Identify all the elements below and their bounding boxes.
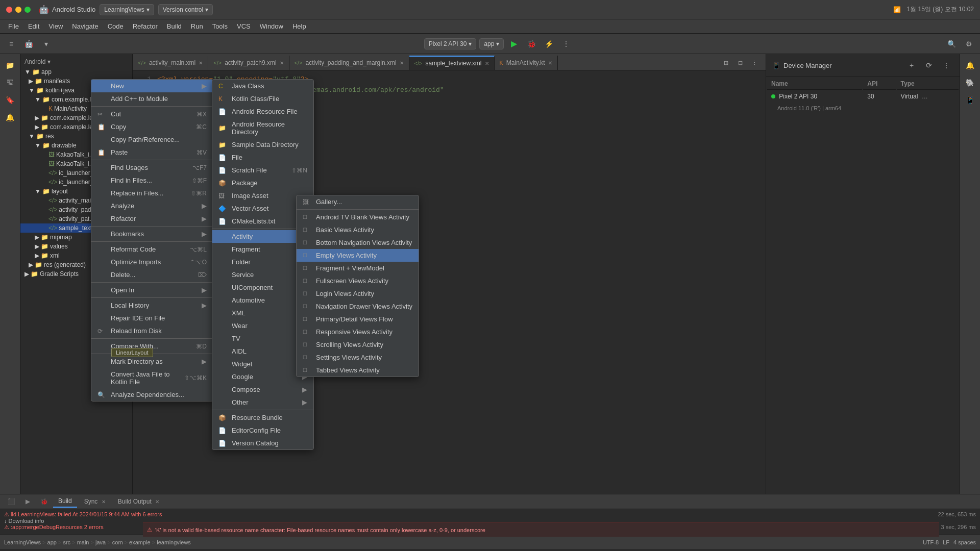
ctx-local-history[interactable]: Local History ▶ — [91, 299, 213, 312]
tab-mainactivity[interactable]: K MainActivity.kt ✕ — [495, 56, 558, 70]
ctx-find-files[interactable]: Find in Files... ⇧⌘F — [91, 174, 213, 187]
tab-build[interactable]: Build — [53, 495, 77, 508]
activity-fragment-viewmodel[interactable]: ☐ Fragment + ViewModel — [297, 262, 419, 274]
new-java-class[interactable]: C Java Class — [212, 80, 313, 92]
activity-gallery[interactable]: 🖼 Gallery... — [297, 195, 419, 208]
tab-close-activity-main[interactable]: ✕ — [199, 60, 203, 66]
tab-build-output[interactable]: Build Output ✕ — [113, 496, 164, 507]
project-icon[interactable]: 📁 — [3, 58, 17, 72]
activity-android-tv-blank[interactable]: ☐ Android TV Blank Views Activity — [297, 211, 419, 223]
menu-refactor[interactable]: Refactor — [129, 21, 162, 31]
ctx-reformat[interactable]: Reformat Code ⌥⌘L — [91, 243, 213, 256]
activity-responsive[interactable]: ☐ Responsive Views Activity — [297, 325, 419, 338]
tab-sample-textview[interactable]: </> sample_textview.xml ✕ — [409, 56, 495, 70]
device-row[interactable]: Pixel 2 API 30 30 Virtual … — [767, 91, 959, 102]
tab-split[interactable]: ⊟ — [733, 56, 747, 70]
tab-sync[interactable]: Sync ✕ — [79, 496, 111, 507]
ctx-copy-path[interactable]: Copy Path/Reference... — [91, 133, 213, 146]
activity-primary-detail[interactable]: ☐ Primary/Detail Views Flow — [297, 313, 419, 325]
activity-settings[interactable]: ☐ Settings Views Activity — [297, 351, 419, 364]
context-menu[interactable]: New ▶ Add C++ to Module ✂ Cut ⌘X 📋 Copy … — [91, 79, 213, 402]
tab-close-patch9[interactable]: ✕ — [280, 60, 284, 66]
tab-activity-main[interactable]: </> activity_main.xml ✕ — [133, 56, 208, 70]
toolbar-caret[interactable]: ▾ — [39, 37, 53, 51]
menu-vcs[interactable]: VCS — [233, 21, 255, 31]
activity-login[interactable]: ☐ Login Views Activity — [297, 287, 419, 300]
search-everywhere[interactable]: 🔍 — [944, 37, 959, 51]
ctx-open-in[interactable]: Open In ▶ — [91, 284, 213, 296]
ctx-delete[interactable]: Delete... ⌦ — [91, 268, 213, 281]
menu-navigate[interactable]: Navigate — [68, 21, 102, 31]
debug-icon[interactable]: 🐞 — [37, 494, 51, 509]
status-line-ending[interactable]: LF — [943, 539, 949, 545]
terminal-icon[interactable]: ⬛ — [4, 494, 18, 509]
tree-app[interactable]: ▼📁app — [20, 67, 132, 77]
ctx-convert-java[interactable]: Convert Java File to Kotlin File ⇧⌥⌘K — [91, 368, 213, 388]
new-scratch-file[interactable]: 📄 Scratch File ⇧⌘N — [212, 164, 313, 177]
ctx-mark-directory[interactable]: Mark Directory as ▶ — [91, 355, 213, 368]
menu-build[interactable]: Build — [163, 21, 186, 31]
activity-empty-views[interactable]: ☐ Empty Views Activity — [297, 249, 419, 262]
vcs-selector[interactable]: Version control ▾ — [158, 4, 213, 15]
ctx-repair-ide[interactable]: Repair IDE on File — [91, 312, 213, 324]
add-device-button[interactable]: + — [904, 58, 919, 72]
ctx-new[interactable]: New ▶ — [91, 80, 213, 92]
menu-run[interactable]: Run — [187, 21, 207, 31]
device-icon[interactable]: 📱 — [963, 93, 977, 107]
run-icon[interactable]: ▶ — [20, 494, 35, 509]
refresh-device-button[interactable]: ⟳ — [922, 58, 936, 72]
maximize-button[interactable] — [24, 7, 31, 13]
activity-nav-drawer[interactable]: ☐ Navigation Drawer Views Activity — [297, 300, 419, 313]
close-button[interactable] — [6, 7, 12, 13]
device-selector[interactable]: Pixel 2 API 30 ▾ — [424, 38, 477, 49]
menu-code[interactable]: Code — [104, 21, 128, 31]
toolbar-hamburger[interactable]: ≡ — [4, 37, 18, 51]
project-selector[interactable]: LearningViews ▾ — [100, 4, 154, 15]
device-menu-button[interactable]: ⋮ — [939, 58, 953, 72]
ctx-analyze[interactable]: Analyze ▶ — [91, 199, 213, 212]
tab-padding-margin[interactable]: </> activity_padding_and_margin.xml ✕ — [289, 56, 409, 70]
tab-build-output-close[interactable]: ✕ — [155, 499, 159, 505]
settings-button[interactable]: ⚙ — [962, 37, 976, 51]
menu-window[interactable]: Window — [256, 21, 287, 31]
new-other[interactable]: Other ▶ — [212, 396, 313, 409]
bookmarks-icon[interactable]: 🔖 — [3, 93, 17, 107]
notifications-right-icon[interactable]: 🔔 — [963, 58, 977, 72]
minimize-button[interactable] — [15, 7, 21, 13]
tab-layout-toggle[interactable]: ⊞ — [719, 56, 733, 70]
activity-bottom-nav[interactable]: ☐ Bottom Navigation Views Activity — [297, 236, 419, 249]
ctx-find-usages[interactable]: Find Usages ⌥F7 — [91, 161, 213, 174]
tab-close-main[interactable]: ✕ — [548, 60, 552, 66]
tab-close-sample[interactable]: ✕ — [485, 61, 489, 66]
ctx-bookmarks[interactable]: Bookmarks ▶ — [91, 228, 213, 240]
ctx-refactor[interactable]: Refactor ▶ — [91, 212, 213, 225]
menu-tools[interactable]: Tools — [208, 21, 232, 31]
menu-edit[interactable]: Edit — [24, 21, 43, 31]
profile-button[interactable]: ⚡ — [542, 37, 556, 51]
tab-patch9[interactable]: </> activity_patch9.xml ✕ — [208, 56, 289, 70]
submenu-activity[interactable]: 🖼 Gallery... ☐ Android TV Blank Views Ac… — [296, 195, 419, 377]
run-button[interactable]: ▶ — [507, 37, 521, 51]
activity-scrolling[interactable]: ☐ Scrolling Views Activity — [297, 338, 419, 351]
new-package[interactable]: 📦 Package — [212, 177, 313, 189]
ctx-optimize-imports[interactable]: Optimize Imports ⌃⌥O — [91, 256, 213, 268]
status-encoding[interactable]: UTF-8 — [923, 539, 939, 545]
toolbar-android[interactable]: 🤖 — [21, 37, 36, 51]
ctx-compare-with[interactable]: Compare With... ⌘D — [91, 340, 213, 353]
new-editorconfig[interactable]: 📄 EditorConfig File — [212, 424, 313, 437]
menu-help[interactable]: Help — [288, 21, 310, 31]
gradle-icon[interactable]: 🐘 — [963, 76, 977, 90]
new-android-resource-file[interactable]: 📄 Android Resource File — [212, 105, 313, 118]
new-compose[interactable]: Compose ▶ — [212, 383, 313, 396]
tab-close-padding[interactable]: ✕ — [400, 60, 404, 66]
ctx-cut[interactable]: ✂ Cut ⌘X — [91, 108, 213, 120]
ctx-analyze-deps[interactable]: 🔍 Analyze Dependencies... — [91, 388, 213, 401]
menu-file[interactable]: File — [4, 21, 23, 31]
ctx-reload-disk[interactable]: ⟳ Reload from Disk — [91, 324, 213, 337]
debug-button[interactable]: 🐞 — [524, 37, 538, 51]
new-file[interactable]: 📄 File — [212, 151, 313, 164]
activity-fullscreen[interactable]: ☐ Fullscreen Views Activity — [297, 274, 419, 287]
ctx-replace-files[interactable]: Replace in Files... ⇧⌘R — [91, 187, 213, 199]
ctx-paste[interactable]: 📋 Paste ⌘V — [91, 146, 213, 159]
tab-sync-close[interactable]: ✕ — [102, 499, 106, 505]
